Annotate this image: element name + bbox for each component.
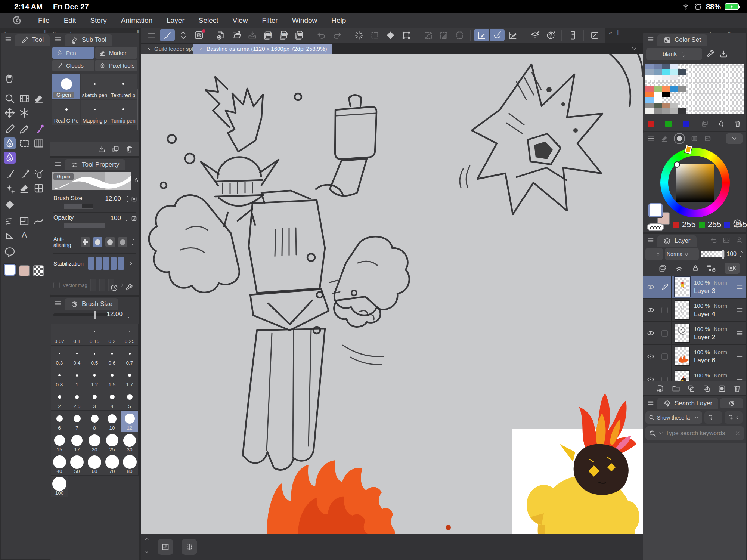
color-swatch[interactable]	[662, 108, 670, 114]
opacity-slider[interactable]	[64, 223, 105, 228]
deselect-button[interactable]	[351, 29, 366, 41]
brush-size-option[interactable]: 5	[121, 389, 139, 411]
brush-size-option[interactable]: 0.07	[51, 324, 68, 346]
color-swatch[interactable]	[695, 97, 703, 103]
brush-size-option[interactable]: 7	[68, 411, 86, 432]
layer-row[interactable]: 100 %NormLayer 3	[643, 276, 746, 299]
sub-color-swatch[interactable]	[19, 265, 30, 276]
brush-size-option[interactable]: 0.7	[121, 346, 139, 367]
brush-size-option[interactable]: 70	[103, 454, 121, 476]
document-tab[interactable]: Bassline as arma (1120 x 1600px 72dpi 25…	[193, 44, 332, 54]
sub-tool-category-pixel-tools[interactable]: Pixel tools	[95, 60, 137, 71]
layer-person-icon[interactable]	[735, 236, 743, 244]
color-swatch[interactable]	[695, 108, 703, 114]
export-png-button[interactable]: png	[276, 29, 291, 41]
anti-aliasing-none-button[interactable]	[81, 237, 90, 247]
layer-options-icon[interactable]	[736, 306, 743, 314]
text-tool[interactable]: A	[18, 229, 30, 241]
brush-size-option[interactable]: 0.4	[68, 346, 86, 367]
layer-mask-icon[interactable]	[717, 384, 726, 393]
brush-size-option[interactable]: 6	[51, 411, 68, 432]
color-swatch[interactable]	[645, 86, 654, 92]
panel-layout-button[interactable]	[158, 539, 173, 555]
open-file-button[interactable]	[229, 29, 244, 41]
brush-size-option[interactable]: 0.8	[51, 367, 68, 389]
color-swatch[interactable]	[662, 75, 670, 80]
color-swatch[interactable]	[719, 103, 728, 108]
color-swatch[interactable]	[711, 92, 719, 97]
brush-size-value[interactable]: 12.00	[105, 195, 121, 202]
color-swatch[interactable]	[728, 92, 736, 97]
collapse-right-icon[interactable]: «	[609, 29, 611, 37]
reselect-button[interactable]	[367, 29, 382, 41]
brush-size-option[interactable]: 0.15	[86, 324, 103, 346]
layer-checkbox[interactable]	[661, 307, 668, 313]
close-tab-icon[interactable]	[146, 46, 151, 51]
decoration-tool[interactable]	[4, 182, 16, 194]
brush-size-option[interactable]: 0.5	[86, 346, 103, 367]
search-layer-menu-icon[interactable]	[647, 399, 654, 406]
color-swatch[interactable]	[703, 92, 711, 97]
brush-size-option[interactable]: 0.3	[51, 346, 68, 367]
filter-add-button[interactable]	[704, 411, 722, 424]
color-swatch[interactable]	[670, 97, 678, 103]
layer-row[interactable]: 100 %NormLayer 2	[643, 322, 746, 345]
layer-thumbnail[interactable]	[675, 347, 690, 366]
color-swatch[interactable]	[719, 75, 728, 80]
color-swatch[interactable]	[711, 75, 719, 80]
layer-checkbox[interactable]	[661, 353, 668, 360]
color-swatch[interactable]	[728, 97, 736, 103]
color-swatch[interactable]	[728, 86, 736, 92]
eyedropper-tool[interactable]	[18, 123, 30, 135]
color-swatch[interactable]	[728, 64, 736, 69]
brush-tool[interactable]	[4, 168, 16, 180]
reset-tool-icon[interactable]	[110, 283, 119, 292]
delete-color-icon[interactable]	[734, 120, 742, 128]
panel-up-chevron-icon[interactable]	[143, 536, 150, 542]
tutorial-button[interactable]	[527, 29, 542, 41]
color-swatch[interactable]	[736, 103, 744, 108]
brush-size-option[interactable]: 17	[68, 432, 86, 454]
opacity-stepper[interactable]	[124, 214, 130, 223]
color-swatch[interactable]	[662, 80, 670, 86]
stabilization-segment[interactable]	[118, 257, 124, 270]
layer-visibility-eye-icon[interactable]	[647, 352, 655, 361]
sub-tool-category-clouds[interactable]: Clouds	[52, 60, 94, 71]
color-swatch[interactable]	[711, 64, 719, 69]
color-swatch[interactable]	[686, 64, 695, 69]
brush-size-option[interactable]: 0.2	[103, 324, 121, 346]
tool-panel-tab[interactable]: Tool	[15, 34, 50, 46]
fill-button[interactable]	[383, 29, 398, 41]
menu-item-edit[interactable]: Edit	[64, 16, 76, 25]
brush-size-option[interactable]: 0.1	[68, 324, 86, 346]
brush-size-option[interactable]: 1.7	[121, 367, 139, 389]
color-swatch[interactable]	[736, 86, 744, 92]
polyline-tool[interactable]	[4, 229, 16, 241]
color-wheel-tab-icon[interactable]	[674, 133, 685, 144]
layer-opacity-stepper[interactable]	[738, 250, 744, 259]
brush-size-option[interactable]: 4	[103, 389, 121, 411]
color-swatch[interactable]	[728, 75, 736, 80]
eraser-tool[interactable]	[18, 182, 30, 194]
color-swatch[interactable]	[695, 69, 703, 75]
layer-row[interactable]: 100 %NormLayer 4	[643, 299, 746, 322]
brush-size-option[interactable]: 8	[86, 411, 103, 432]
color-swatch[interactable]	[719, 80, 728, 86]
color-swatch[interactable]	[686, 92, 695, 97]
companion-mode-button[interactable]	[565, 29, 580, 41]
lock-transparent-icon[interactable]	[707, 264, 716, 273]
layer-row[interactable]: 100 %NormLayer 5	[643, 368, 746, 381]
color-swatch[interactable]	[703, 97, 711, 103]
symmetry-tool[interactable]	[33, 123, 45, 135]
color-swatch[interactable]	[678, 64, 686, 69]
tool-panel-menu-icon[interactable]	[4, 35, 12, 43]
color-swatch[interactable]	[645, 80, 654, 86]
layer-row[interactable]: 100 %NormLayer 6	[643, 345, 746, 368]
brush-size-option[interactable]: 60	[86, 454, 103, 476]
blend-tab-icon[interactable]	[660, 134, 669, 143]
sub-tool-menu-icon[interactable]	[54, 35, 62, 43]
color-swatch[interactable]	[728, 103, 736, 108]
color-swatch[interactable]	[678, 86, 686, 92]
keyword-search-input[interactable]: Type search keywords	[645, 426, 744, 440]
collapse-wheel-button[interactable]	[726, 133, 743, 144]
